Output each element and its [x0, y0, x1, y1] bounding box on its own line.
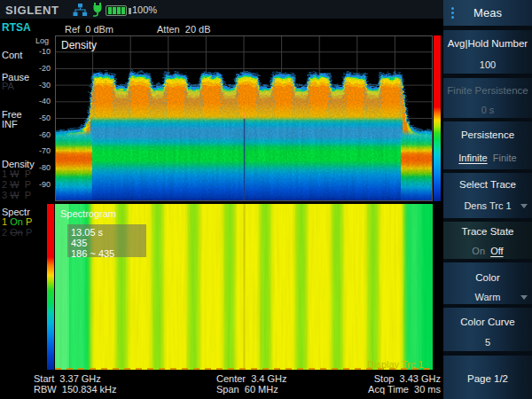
svg-text:186 ~ 435: 186 ~ 435 [71, 248, 114, 259]
svg-text:435: 435 [71, 238, 87, 248]
svg-text:13.05 s: 13.05 s [71, 227, 104, 238]
svg-text:Display Trc 1: Display Trc 1 [367, 359, 424, 370]
svg-text:Density: Density [61, 39, 97, 51]
svg-text:Spectrogram: Spectrogram [60, 208, 116, 219]
